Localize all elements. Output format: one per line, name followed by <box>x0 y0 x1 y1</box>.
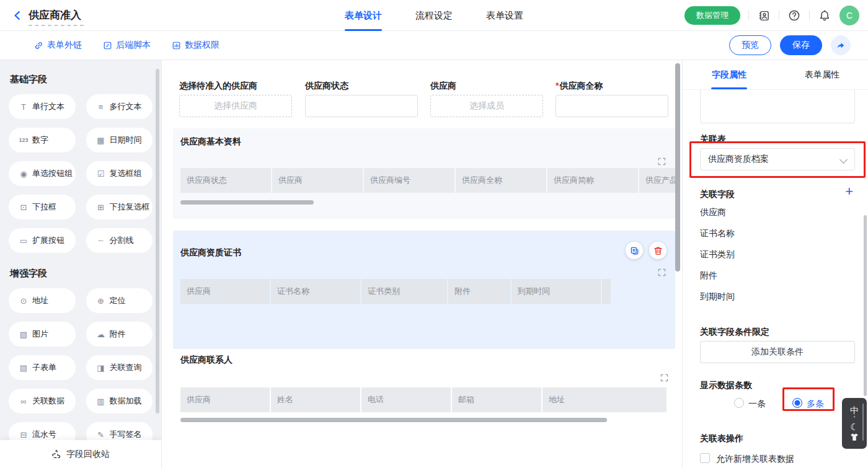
expand-icon[interactable] <box>657 268 666 277</box>
script-icon <box>103 41 112 50</box>
palette-field-数字[interactable]: 123数字 <box>9 128 76 152</box>
delete-subform-button[interactable] <box>649 242 666 259</box>
palette-field-单选按钮组[interactable]: ◉单选按钮组 <box>9 161 76 186</box>
tab-form-properties[interactable]: 表单属性 <box>776 60 868 89</box>
related-field-item: 附件 <box>700 270 717 281</box>
radio-multiple-records[interactable] <box>792 398 802 408</box>
link-icon <box>34 41 43 50</box>
allow-add-related-data-label[interactable]: 允许新增关联表数据 <box>716 454 794 465</box>
palette-field-下拉复选框[interactable]: ⊞下拉复选框 <box>86 195 153 219</box>
palette-field-分割线[interactable]: ┄分割线 <box>86 228 153 253</box>
field-label: 供应商 <box>430 81 543 93</box>
field-select-pending-supplier[interactable]: 选择待准入的供应商 选择供应商 <box>179 81 292 117</box>
palette-field-定位[interactable]: ⊕定位 <box>86 288 153 313</box>
palette-field-多行文本[interactable]: ≡多行文本 <box>86 94 153 119</box>
horizontal-scrollbar[interactable] <box>180 418 607 422</box>
radio-single-record-label[interactable]: 一条 <box>748 399 766 410</box>
backend-script-label: 后端脚本 <box>116 40 151 51</box>
data-permission-button[interactable]: 数据权限 <box>172 40 219 51</box>
palette-field-关联数据[interactable]: ∞关联数据 <box>9 389 76 413</box>
tab-form-settings[interactable]: 表单设置 <box>486 0 523 31</box>
add-related-field-icon[interactable]: + <box>845 185 853 198</box>
permission-icon <box>172 41 181 50</box>
subform-column-header: 附件 <box>448 279 510 304</box>
ime-skin-shirt-icon[interactable] <box>849 433 859 441</box>
palette-field-扩展按钮[interactable]: ▭扩展按钮 <box>9 228 76 253</box>
user-avatar[interactable]: C <box>839 6 859 25</box>
moon-icon[interactable]: ☾ <box>850 422 858 432</box>
radio-single-record[interactable] <box>734 398 744 408</box>
palette-field-关联查询[interactable]: ◨关联查询 <box>86 355 153 380</box>
divider <box>809 11 810 20</box>
palette-field-附件[interactable]: ☁附件 <box>86 322 153 347</box>
field-type-icon: ◨ <box>95 363 107 373</box>
external-link-button[interactable]: 表单外链 <box>34 40 82 51</box>
notification-bell-icon[interactable] <box>818 9 831 22</box>
field-type-label: 单行文本 <box>32 101 64 112</box>
expand-icon[interactable] <box>660 373 669 382</box>
subform-title: 供应商资质证书 <box>180 247 241 258</box>
address-book-icon[interactable] <box>757 9 771 22</box>
subform-header-row: 供应商姓名电话邮箱地址 <box>180 387 669 412</box>
horizontal-scrollbar[interactable] <box>180 200 314 205</box>
panel-scrollbar[interactable] <box>864 215 867 396</box>
subform-column-header: 供应商 <box>272 168 363 193</box>
backend-script-button[interactable]: 后端脚本 <box>103 40 151 51</box>
palette-field-单行文本[interactable]: T单行文本 <box>9 94 76 119</box>
ime-punctuation-icon[interactable]: ʼ <box>854 416 855 422</box>
add-condition-button[interactable]: 添加关联条件 <box>700 341 855 363</box>
field-supplier[interactable]: 供应商 选择成员 <box>430 81 543 117</box>
field-type-icon: ┄ <box>95 236 107 245</box>
recycle-icon <box>51 449 61 459</box>
field-placeholder[interactable]: 选择成员 <box>430 95 543 117</box>
subform-column-header: 证书类别 <box>361 279 447 304</box>
palette-field-下拉框[interactable]: ⊡下拉框 <box>9 195 76 219</box>
ime-language-indicator[interactable]: 中 <box>850 405 859 415</box>
field-type-icon: ⊟ <box>17 430 30 439</box>
page-title[interactable]: 供应商准入 <box>29 8 84 26</box>
palette-field-复选框组[interactable]: ☑复选框组 <box>86 161 153 186</box>
field-input[interactable] <box>556 95 668 117</box>
save-button[interactable]: 保存 <box>780 35 822 55</box>
sidebar-scrollbar[interactable] <box>156 69 159 413</box>
form-design-canvas[interactable]: 选择待准入的供应商 选择供应商 供应商状态 供应商 选择成员 *供应商全称 供应… <box>161 60 682 468</box>
field-type-icon: T <box>17 102 30 112</box>
tab-form-design[interactable]: 表单设计 <box>345 0 382 31</box>
subform-supplier-basic-info[interactable]: 供应商基本资料 供应商状态供应商供应商编号供应商全称供应商简称供应产品类别 <box>173 128 675 219</box>
help-icon[interactable] <box>787 9 801 22</box>
main-tabs: 表单设计 流程设定 表单设置 <box>345 0 523 31</box>
field-placeholder[interactable]: 选择供应商 <box>179 95 292 117</box>
radio-multiple-records-label[interactable]: 多条 <box>807 399 824 410</box>
data-manage-button[interactable]: 数据管理 <box>684 6 740 25</box>
subform-supplier-qualification-certificate[interactable]: 供应商资质证书 供应商证书名称证书类别附件到期时间 <box>173 231 675 349</box>
field-input[interactable] <box>305 95 418 117</box>
back-icon[interactable] <box>12 10 24 21</box>
share-button[interactable] <box>831 35 851 55</box>
palette-field-地址[interactable]: ⊙地址 <box>9 288 76 313</box>
field-supplier-status[interactable]: 供应商状态 <box>305 81 418 117</box>
field-recycle-bin-button[interactable]: 字段回收站 <box>0 440 161 468</box>
copy-subform-button[interactable] <box>626 242 643 259</box>
field-type-icon: ⊕ <box>95 296 107 306</box>
related-table-select[interactable]: 供应商资质档案 <box>700 148 855 170</box>
field-type-icon: ⊞ <box>95 203 107 212</box>
allow-add-related-data-checkbox[interactable] <box>700 453 710 463</box>
field-type-label: 流水号 <box>32 429 56 440</box>
palette-field-图片[interactable]: ▧图片 <box>9 322 76 347</box>
palette-field-数据加载[interactable]: ▥数据加载 <box>86 389 153 413</box>
subform-title: 供应商基本资料 <box>180 136 241 148</box>
subform-column-header: 地址 <box>542 387 666 412</box>
field-type-icon: ▭ <box>17 236 30 245</box>
tab-field-properties[interactable]: 字段属性 <box>683 60 776 89</box>
palette-field-日期时间[interactable]: ▦日期时间 <box>86 128 153 152</box>
palette-field-子表单[interactable]: ▤子表单 <box>9 355 76 380</box>
preview-button[interactable]: 预览 <box>729 35 771 55</box>
canvas-scrollbar[interactable] <box>675 63 680 272</box>
expand-icon[interactable] <box>657 157 666 166</box>
tab-flow-settings[interactable]: 流程设定 <box>415 0 453 31</box>
field-supplier-full-name[interactable]: *供应商全称 <box>556 81 668 117</box>
field-type-label: 日期时间 <box>110 135 142 146</box>
field-type-label: 下拉框 <box>32 201 56 213</box>
subform-title: 供应商联系人 <box>180 355 232 366</box>
field-name-input[interactable] <box>700 90 855 123</box>
